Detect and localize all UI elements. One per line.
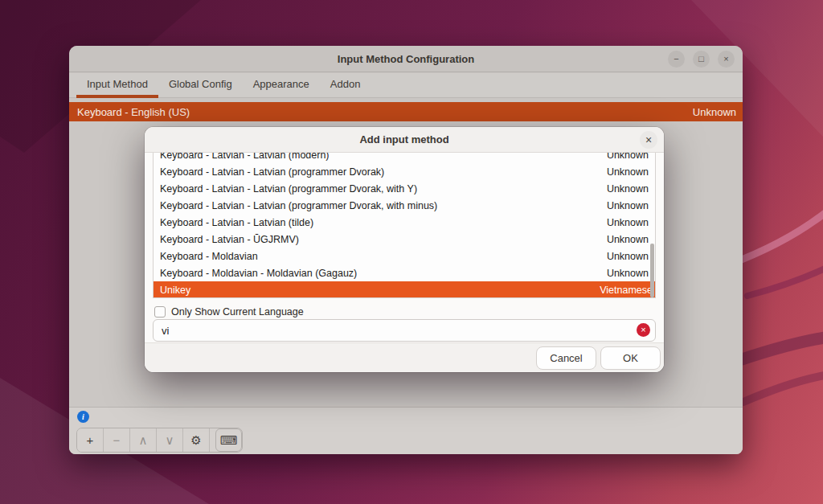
list-item[interactable]: Unikey Vietnamese bbox=[154, 281, 655, 298]
dialog-button-label: OK bbox=[623, 352, 638, 364]
list-item-language: Unknown bbox=[607, 268, 649, 279]
dialog-footer: Cancel OK bbox=[145, 342, 664, 372]
list-item-method: Keyboard - Latvian - Latvian (modern) bbox=[160, 153, 330, 161]
list-item-method: Keyboard - Latvian - Latvian (tilde) bbox=[160, 217, 313, 228]
move-up-button[interactable]: ∧ bbox=[130, 428, 157, 452]
list-item[interactable]: Keyboard - Latvian - Latvian (programmer… bbox=[154, 163, 655, 180]
info-icon: i bbox=[77, 411, 89, 423]
input-method-name: Keyboard - English (US) bbox=[77, 106, 190, 118]
list-item-language: Unknown bbox=[607, 183, 649, 195]
tab-label: Addon bbox=[330, 78, 361, 90]
keyboard-icon: ⌨ bbox=[220, 434, 238, 446]
list-item-language: Unknown bbox=[607, 200, 649, 211]
list-item[interactable]: Keyboard - Latvian - Latvian (tilde) Unk… bbox=[154, 214, 655, 231]
gear-icon: ⚙ bbox=[190, 434, 201, 446]
move-down-button[interactable]: ∨ bbox=[157, 428, 183, 452]
add-input-method-dialog: Add input method × Keyboard - Latvian - … bbox=[145, 127, 664, 372]
list-item-language: Vietnamese bbox=[600, 285, 653, 296]
list-item-method: Keyboard - Moldavian bbox=[160, 251, 258, 262]
only-show-current-language-checkbox[interactable]: Only Show Current Language bbox=[154, 305, 304, 319]
close-icon: × bbox=[723, 55, 728, 64]
remove-input-method-button[interactable]: − bbox=[104, 428, 130, 452]
minimize-icon: − bbox=[674, 55, 678, 64]
list-item-method: Unikey bbox=[160, 285, 190, 296]
list-item-method: Keyboard - Latvian - ŪGJRMV) bbox=[160, 234, 299, 245]
configure-button[interactable]: ⚙ bbox=[183, 428, 210, 452]
minus-icon: − bbox=[113, 434, 121, 446]
add-input-method-button[interactable]: + bbox=[77, 428, 104, 452]
input-method-toolbar: + − ∧ ∨ ⚙ ⌨ bbox=[76, 428, 243, 453]
list-item[interactable]: Keyboard - Latvian - Latvian (programmer… bbox=[154, 180, 655, 197]
maximize-icon: □ bbox=[698, 55, 704, 64]
list-item[interactable]: Keyboard - Moldavian - Moldavian (Gagauz… bbox=[154, 264, 655, 281]
tab-addon[interactable]: Addon bbox=[320, 73, 371, 98]
desktop-wallpaper: Input Method Configuration − □ × Input M… bbox=[0, 0, 823, 504]
dialog-button-label: Cancel bbox=[550, 352, 582, 364]
clear-icon: × bbox=[641, 326, 645, 334]
tab-label: Appearance bbox=[253, 78, 309, 90]
input-method-list: Keyboard - Latvian - Latvian (modern) Un… bbox=[153, 153, 656, 298]
list-item-language: Unknown bbox=[607, 217, 649, 228]
checkbox-icon bbox=[154, 306, 166, 318]
plus-icon: + bbox=[87, 434, 94, 446]
maximize-button[interactable]: □ bbox=[693, 51, 710, 68]
close-button[interactable]: × bbox=[718, 51, 735, 68]
dialog-titlebar[interactable]: Add input method × bbox=[145, 127, 664, 153]
window-controls: − □ × bbox=[668, 51, 735, 68]
tab-label: Input Method bbox=[87, 78, 148, 90]
close-icon: × bbox=[645, 134, 652, 145]
list-scrollbar-thumb[interactable] bbox=[650, 244, 654, 297]
list-item-method: Keyboard - Latvian - Latvian (programmer… bbox=[160, 200, 437, 211]
search-input[interactable] bbox=[153, 319, 656, 342]
clear-search-button[interactable]: × bbox=[637, 323, 650, 337]
tab-global-config[interactable]: Global Config bbox=[158, 73, 243, 98]
window-bottom-panel: i + − ∧ ∨ ⚙ bbox=[69, 407, 743, 454]
list-item-language: Unknown bbox=[607, 166, 649, 178]
dialog-title: Add input method bbox=[359, 133, 448, 145]
input-method-language: Unknown bbox=[693, 106, 736, 118]
list-item[interactable]: Keyboard - Latvian - ŪGJRMV) Unknown bbox=[154, 231, 655, 248]
tab-bar: Input Method Global Config Appearance Ad… bbox=[69, 73, 743, 98]
list-item-language: Unknown bbox=[607, 251, 649, 262]
toolbar-button-group: + − ∧ ∨ ⚙ ⌨ bbox=[76, 428, 243, 453]
tab-input-method[interactable]: Input Method bbox=[76, 73, 158, 98]
list-item-method: Keyboard - Moldavian - Moldavian (Gagauz… bbox=[160, 268, 357, 279]
minimize-button[interactable]: − bbox=[668, 51, 685, 68]
list-item[interactable]: Keyboard - Moldavian Unknown bbox=[154, 248, 655, 264]
list-item[interactable]: Keyboard - Latvian - Latvian (programmer… bbox=[154, 197, 655, 214]
window-titlebar[interactable]: Input Method Configuration − □ × bbox=[69, 46, 743, 72]
selected-input-method-row[interactable]: Keyboard - English (US) Unknown bbox=[69, 102, 743, 121]
chevron-up-icon: ∧ bbox=[139, 434, 148, 446]
list-item[interactable]: Keyboard - Latvian - Latvian (modern) Un… bbox=[154, 153, 655, 163]
keyboard-layout-button[interactable]: ⌨ bbox=[215, 428, 242, 452]
dialog-close-button[interactable]: × bbox=[640, 131, 657, 149]
list-item-method: Keyboard - Latvian - Latvian (programmer… bbox=[160, 166, 384, 178]
cancel-button[interactable]: Cancel bbox=[536, 346, 596, 370]
list-item-method: Keyboard - Latvian - Latvian (programmer… bbox=[160, 183, 417, 195]
list-item-language: Unknown bbox=[607, 153, 649, 161]
checkbox-label: Only Show Current Language bbox=[171, 306, 304, 318]
search-field-wrap: × bbox=[153, 319, 656, 342]
ok-button[interactable]: OK bbox=[600, 346, 661, 370]
list-item-language: Unknown bbox=[607, 234, 649, 245]
tab-appearance[interactable]: Appearance bbox=[243, 73, 320, 98]
chevron-down-icon: ∨ bbox=[166, 434, 174, 446]
status-note-bar: i bbox=[69, 408, 743, 426]
tab-label: Global Config bbox=[169, 78, 232, 90]
window-title: Input Method Configuration bbox=[338, 53, 474, 65]
